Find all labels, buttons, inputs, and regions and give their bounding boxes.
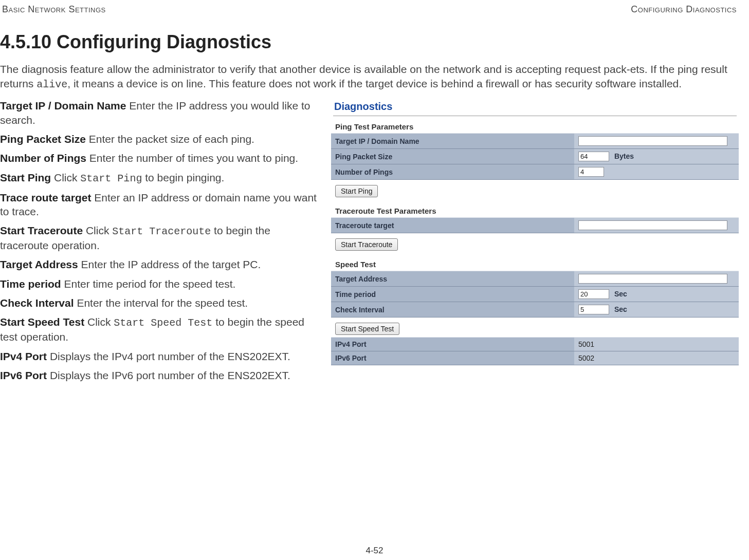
def-code: Start Traceroute [112, 226, 211, 237]
intro-text-2: , it means a device is on line. This fea… [67, 78, 682, 89]
table-row: Traceroute target [331, 218, 739, 233]
start-ping-button[interactable]: Start Ping [335, 185, 378, 197]
diagnostics-title: Diagnostics [331, 99, 739, 116]
intro-code-alive: alive [36, 79, 67, 90]
def-term: Start Ping [0, 172, 51, 183]
def-desc: Displays the IPv6 port number of the ENS… [47, 369, 290, 381]
def-code: Start Speed Test [114, 317, 212, 329]
def-desc: Click [51, 172, 80, 183]
def-term: IPv6 Port [0, 369, 47, 381]
header-left: Basic Network Settings [2, 4, 106, 15]
ipv4-port-value: 5001 [574, 338, 739, 351]
definitions-column: Target IP / Domain Name Enter the IP add… [0, 99, 319, 387]
def-term: Start Traceroute [0, 225, 83, 236]
def-code: Start Ping [80, 173, 142, 184]
def-term: Target IP / Domain Name [0, 100, 126, 111]
time-period-input[interactable] [578, 289, 609, 299]
start-traceroute-button[interactable]: Start Traceroute [335, 238, 398, 251]
table-row: Number of Pings [331, 164, 739, 180]
packet-size-unit: Bytes [614, 152, 634, 160]
ping-table: Target IP / Domain Name Ping Packet Size… [331, 133, 739, 180]
def-term: Target Address [0, 258, 78, 270]
check-interval-input[interactable] [578, 305, 609, 314]
table-row: Target Address [331, 271, 739, 287]
section-title: 4.5.10 Configuring Diagnostics [0, 31, 739, 53]
speed-table: Target Address Time period Sec Check Int… [331, 271, 739, 318]
label-check-interval: Check Interval [331, 302, 574, 318]
table-row: IPv6 Port 5002 [331, 351, 739, 365]
def-desc: Click [84, 316, 114, 328]
label-target-ip: Target IP / Domain Name [331, 134, 574, 149]
def-desc: Enter the number of times you want to pi… [86, 152, 298, 164]
def-term: Start Speed Test [0, 316, 84, 328]
diagnostics-screenshot: Diagnostics Ping Test Parameters Target … [331, 99, 739, 387]
time-period-unit: Sec [614, 290, 627, 298]
speed-group-label: Speed Test [331, 259, 739, 271]
divider [333, 116, 737, 116]
def-desc: Enter the IP address of the target PC. [78, 258, 261, 270]
label-target-address: Target Address [331, 271, 574, 287]
table-row: Ping Packet Size Bytes [331, 149, 739, 164]
def-desc: Displays the IPv4 port number of the ENS… [47, 350, 290, 362]
def-term: Ping Packet Size [0, 133, 86, 145]
label-traceroute-target: Traceroute target [331, 218, 574, 233]
def-term: IPv4 Port [0, 350, 47, 362]
traceroute-group-label: Traceroute Test Parameters [331, 206, 739, 217]
def-term: Trace route target [0, 192, 91, 203]
packet-size-input[interactable] [578, 152, 609, 161]
def-desc: Enter the packet size of each ping. [86, 133, 254, 145]
table-row: Target IP / Domain Name [331, 134, 739, 149]
def-desc: Enter time period for the speed test. [61, 278, 236, 290]
page-header: Basic Network Settings Configuring Diagn… [0, 4, 739, 16]
target-address-input[interactable] [578, 274, 727, 284]
intro-paragraph: The diagnosis feature allow the administ… [0, 62, 739, 91]
label-ipv4-port: IPv4 Port [331, 338, 574, 351]
page-number: 4-52 [366, 546, 383, 556]
def-desc: to begin pinging. [142, 172, 224, 183]
def-desc: Click [83, 225, 112, 236]
traceroute-target-input[interactable] [578, 220, 727, 230]
table-row: Check Interval Sec [331, 302, 739, 318]
num-pings-input[interactable] [578, 167, 604, 177]
label-num-pings: Number of Pings [331, 164, 574, 180]
target-ip-input[interactable] [578, 136, 727, 146]
check-interval-unit: Sec [614, 305, 627, 313]
start-speed-test-button[interactable]: Start Speed Test [335, 323, 399, 335]
def-term: Number of Pings [0, 152, 86, 164]
def-term: Check Interval [0, 297, 74, 309]
table-row: Time period Sec [331, 287, 739, 302]
ipv6-port-value: 5002 [574, 351, 739, 365]
label-packet-size: Ping Packet Size [331, 149, 574, 164]
header-right: Configuring Diagnostics [631, 4, 737, 15]
ports-table: IPv4 Port 5001 IPv6 Port 5002 [331, 337, 739, 365]
def-desc: Enter the interval for the speed test. [74, 297, 248, 309]
def-term: Time period [0, 278, 61, 290]
label-ipv6-port: IPv6 Port [331, 351, 574, 365]
label-time-period: Time period [331, 287, 574, 302]
traceroute-table: Traceroute target [331, 217, 739, 233]
ping-group-label: Ping Test Parameters [331, 121, 739, 133]
table-row: IPv4 Port 5001 [331, 338, 739, 351]
